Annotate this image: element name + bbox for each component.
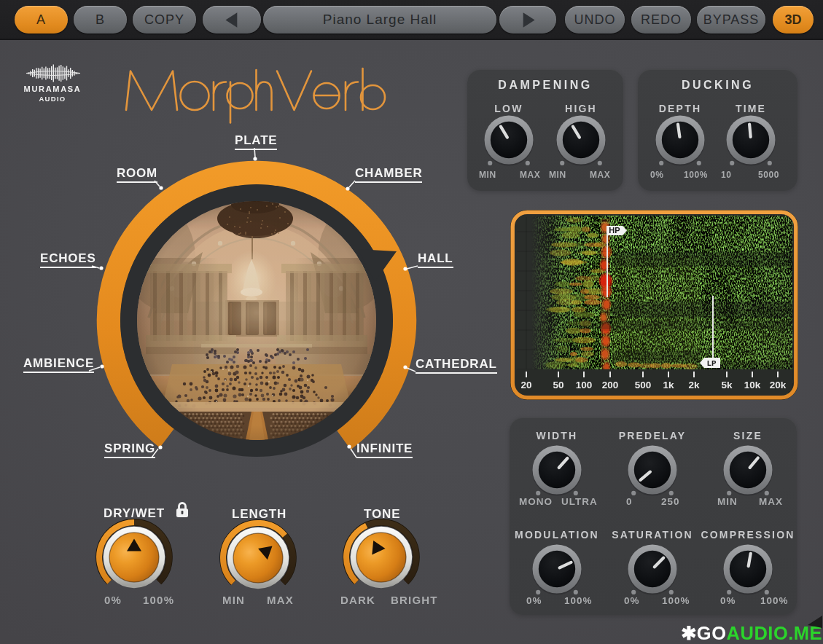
svg-text:200: 200: [602, 380, 619, 390]
svg-text:10k: 10k: [744, 380, 761, 390]
svg-text:HP: HP: [609, 226, 620, 235]
svg-text:2k: 2k: [688, 380, 700, 390]
svg-text:5k: 5k: [721, 380, 733, 390]
svg-text:1k: 1k: [663, 380, 674, 390]
svg-text:100: 100: [576, 380, 593, 390]
svg-text:500: 500: [635, 380, 652, 390]
svg-text:LP: LP: [706, 359, 717, 368]
svg-text:50: 50: [553, 380, 563, 390]
svg-text:20k: 20k: [770, 380, 787, 390]
svg-text:20: 20: [520, 380, 531, 390]
